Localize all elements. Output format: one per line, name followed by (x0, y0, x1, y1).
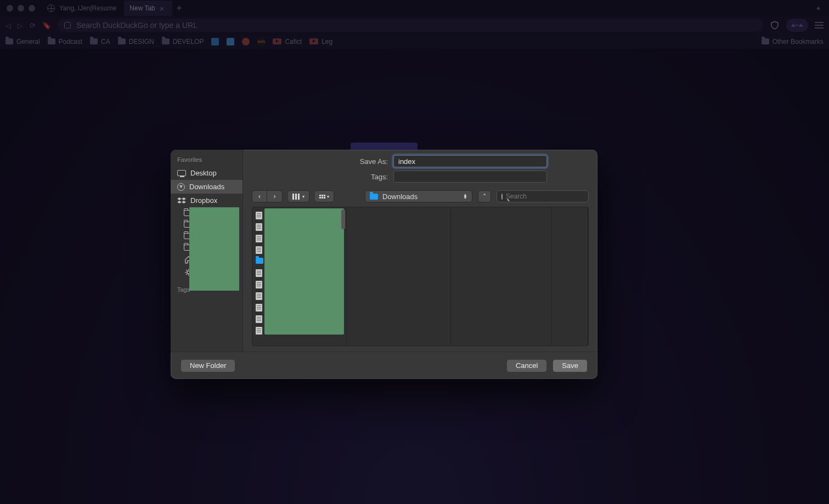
document-icon (256, 281, 262, 288)
enclosing-folder-button[interactable]: ˄ (478, 190, 491, 202)
save-as-input[interactable] (393, 155, 547, 167)
file-browser-columns (252, 207, 589, 346)
toolbar: ◁ ▷ ⟳ 🔖 Search DuckDuckGo or type a URL (0, 16, 829, 34)
rewards-button[interactable] (786, 19, 808, 32)
downloads-icon (177, 183, 185, 191)
document-icon (256, 212, 262, 219)
tags-label: Tags: (341, 173, 388, 181)
file-column-1[interactable] (347, 207, 451, 346)
address-bar[interactable]: Search DuckDuckGo or type a URL (58, 19, 763, 32)
extension-icon[interactable]: ✦ (815, 4, 825, 13)
back-button[interactable]: ◁ (5, 21, 11, 30)
location-popup[interactable]: Downloads ▲▼ (365, 190, 472, 202)
document-icon (256, 223, 262, 231)
svg-rect-0 (796, 25, 799, 25)
cancel-button[interactable]: Cancel (506, 359, 547, 372)
other-bookmarks[interactable]: Other Bookmarks (762, 38, 824, 46)
dropbox-icon (177, 197, 186, 204)
sidebar-item-desktop[interactable]: Desktop (171, 166, 243, 180)
address-placeholder: Search DuckDuckGo or type a URL (76, 21, 198, 30)
youtube-icon (309, 38, 318, 44)
folder-icon (90, 38, 98, 44)
file-column-0[interactable] (252, 207, 347, 346)
app-icon (242, 38, 250, 46)
document-icon (256, 292, 262, 300)
tab-resume[interactable]: Yang, IJen|Resume (42, 1, 124, 16)
file-column-3[interactable] (552, 207, 588, 346)
folder-icon (118, 38, 126, 44)
bookmark-design[interactable]: DESIGN (118, 38, 154, 46)
bookmark-app-3[interactable] (242, 38, 250, 46)
search-icon (501, 194, 503, 200)
folder-icon (5, 38, 13, 44)
save-dialog: Favorites Desktop Downloads Dropbox (171, 150, 597, 379)
sidebar-header-favorites: Favorites (171, 154, 243, 166)
view-mode-columns[interactable]: ▾ (288, 190, 309, 202)
document-icon (256, 246, 262, 254)
view-mode-grid[interactable]: ▾ (315, 190, 334, 202)
nav-forward-button[interactable]: › (267, 190, 283, 202)
updown-icon: ▲▼ (463, 194, 467, 199)
location-label: Downloads (382, 192, 418, 201)
new-tab-button[interactable]: + (172, 3, 187, 14)
youtube-icon (273, 38, 281, 44)
bookmark-cafict[interactable]: Cafict (273, 38, 302, 46)
bookmark-app-1[interactable] (211, 38, 219, 46)
close-tab-icon[interactable]: × (160, 4, 165, 13)
bookmark-develop[interactable]: DEVELOP (162, 38, 204, 46)
sidebar-item-label: Dropbox (190, 196, 217, 205)
sidebar-item-dropbox[interactable]: Dropbox (171, 194, 243, 207)
document-icon (256, 269, 262, 277)
reload-button[interactable]: ⟳ (30, 21, 36, 30)
bookmark-leg[interactable]: Leg (309, 38, 332, 46)
nav-back-forward: ‹ › (252, 190, 283, 202)
desktop-icon (177, 170, 186, 176)
sidebar-item-downloads[interactable]: Downloads (171, 180, 243, 194)
app-icon (211, 38, 219, 46)
document-icon (256, 315, 262, 323)
tab-label: Yang, IJen|Resume (59, 4, 116, 12)
window-titlebar: Yang, IJen|Resume New Tab × + ✦ (0, 0, 829, 16)
tabstrip: Yang, IJen|Resume New Tab × + (42, 0, 815, 16)
folder-icon (370, 194, 378, 200)
scrollbar[interactable] (341, 209, 345, 229)
site-info-icon (64, 22, 71, 29)
folder-icon (762, 38, 769, 44)
document-icon (256, 327, 262, 335)
save-button[interactable]: Save (552, 359, 588, 372)
search-input[interactable] (506, 192, 588, 200)
dialog-footer: New Folder Cancel Save (171, 352, 597, 379)
app-icon (227, 38, 234, 46)
file-column-2[interactable] (451, 207, 552, 346)
save-as-label: Save As: (341, 157, 388, 166)
folder-icon (256, 258, 263, 264)
bookmark-podcast[interactable]: Podcast (48, 38, 82, 46)
redaction-block (189, 207, 239, 291)
traffic-zoom-icon[interactable] (29, 5, 35, 12)
tab-label: New Tab (129, 4, 155, 12)
tab-new-tab[interactable]: New Tab × (124, 1, 172, 16)
bookmark-app-2[interactable] (227, 38, 234, 46)
sidebar-item-label: Downloads (189, 183, 224, 191)
bookmarks-bar: General Podcast CA DESIGN DEVELOP aws Ca… (0, 34, 829, 49)
menu-button[interactable] (815, 22, 824, 29)
forward-button[interactable]: ▷ (18, 21, 23, 30)
nav-back-button[interactable]: ‹ (252, 190, 267, 202)
folder-icon (48, 38, 55, 44)
save-dialog-sidebar: Favorites Desktop Downloads Dropbox (171, 150, 243, 352)
bookmark-aws[interactable]: aws (257, 38, 265, 46)
tags-input[interactable] (393, 171, 547, 183)
globe-icon (47, 4, 55, 12)
traffic-minimize-icon[interactable] (18, 5, 24, 12)
folder-icon (162, 38, 170, 44)
bookmark-ca[interactable]: CA (90, 38, 110, 46)
search-field[interactable] (497, 190, 589, 202)
aws-icon: aws (257, 38, 265, 46)
window-controls (7, 5, 35, 12)
shields-icon[interactable] (770, 20, 780, 31)
new-folder-button[interactable]: New Folder (181, 359, 235, 372)
bookmark-general[interactable]: General (5, 38, 40, 46)
bookmark-button[interactable]: 🔖 (42, 21, 51, 30)
traffic-close-icon[interactable] (7, 5, 13, 12)
document-icon (256, 235, 262, 242)
